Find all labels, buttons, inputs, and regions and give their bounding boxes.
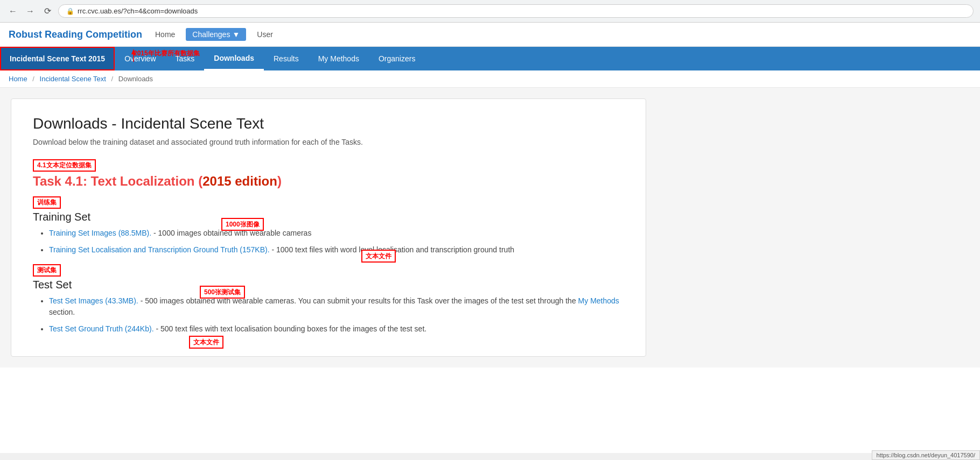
training-images-link[interactable]: Training Set Images (88.5MB). <box>49 229 151 237</box>
test-gt-link[interactable]: Test Set Ground Truth (244Kb). <box>49 324 154 333</box>
training-set-list: 1000张图像 Training Set Images (88.5MB). - … <box>33 228 624 256</box>
page-subtitle: Download below the training dataset and … <box>33 138 624 146</box>
breadcrumb-current: Downloads <box>118 75 153 83</box>
task-annotation-label: 4.1文本定位数据集 <box>33 159 96 172</box>
status-bar: https://blog.csdn.net/deyun_4017590/ <box>872 450 980 453</box>
back-button[interactable]: ← <box>6 5 19 18</box>
nav-mymethods[interactable]: My Methods <box>309 48 369 69</box>
breadcrumb-sep1: / <box>32 75 34 83</box>
challenge-nav-container: 2015年比赛所有数据集 Incidental Scene Text 2015 … <box>0 47 980 70</box>
test-set-section: 测试集 Test Set 500张测试集 Test Set Images (43… <box>33 264 624 335</box>
nav-organizers[interactable]: Organizers <box>369 48 425 69</box>
breadcrumb-parent[interactable]: Incidental Scene Text <box>40 75 106 83</box>
main-content: Downloads - Incidental Scene Text Downlo… <box>0 88 980 367</box>
training-annotation-label: 训练集 <box>33 196 61 209</box>
url-text: rrc.cvc.uab.es/?ch=4&com=downloads <box>78 7 198 15</box>
address-bar[interactable]: 🔒 rrc.cvc.uab.es/?ch=4&com=downloads <box>58 4 974 18</box>
text-file-2-annotation: 文本文件 <box>189 336 223 349</box>
training-set-heading: Training Set <box>33 210 624 223</box>
image-1000-annotation: 1000张图像 <box>221 218 264 231</box>
site-title[interactable]: Robust Reading Competition <box>9 29 142 40</box>
nav-challenges[interactable]: Challenges ▼ <box>186 28 246 41</box>
forward-button[interactable]: → <box>24 5 37 18</box>
task-heading: Task 4.1: Text Localization (2015 editio… <box>33 174 624 189</box>
top-nav: Robust Reading Competition Home Challeng… <box>0 23 980 47</box>
breadcrumb-home[interactable]: Home <box>9 75 27 83</box>
list-item: 500张测试集 Test Set Images (43.3MB). - 500 … <box>49 295 624 318</box>
test-images-desc2: section. <box>49 308 75 316</box>
training-gt-link[interactable]: Training Set Localisation and Transcript… <box>49 245 270 254</box>
training-set-section: 训练集 Training Set 1000张图像 Training Set Im… <box>33 196 624 256</box>
list-item: 文本文件 Training Set Localisation and Trans… <box>49 244 624 256</box>
test-annotation-label: 测试集 <box>33 264 61 277</box>
test-images-link[interactable]: Test Set Images (43.3MB). <box>49 296 138 305</box>
task-heading-wrapper: 4.1文本定位数据集 Task 4.1: Text Localization (… <box>33 159 624 189</box>
top-nav-links: Home Challenges ▼ User <box>155 28 273 41</box>
test-set-list: 500张测试集 Test Set Images (43.3MB). - 500 … <box>33 295 624 335</box>
list-item: 1000张图像 Training Set Images (88.5MB). - … <box>49 228 624 239</box>
page-heading: Downloads - Incidental Scene Text <box>33 115 624 132</box>
nav-results[interactable]: Results <box>264 48 309 69</box>
nav-user[interactable]: User <box>257 30 273 39</box>
lock-icon: 🔒 <box>66 8 74 15</box>
reload-button[interactable]: ⟳ <box>41 5 54 18</box>
nav-home[interactable]: Home <box>155 30 175 39</box>
nav-downloads[interactable]: Downloads <box>204 47 264 70</box>
breadcrumb-sep2: / <box>111 75 114 83</box>
text-file-annotation: 文本文件 <box>361 250 396 263</box>
test-set-heading: Test Set <box>33 278 624 291</box>
nav-annotation-label: 2015年比赛所有数据集 <box>134 49 200 58</box>
content-card: Downloads - Incidental Scene Text Downlo… <box>11 98 646 357</box>
list-item: 文本文件 Test Set Ground Truth (244Kb). - 50… <box>49 323 624 335</box>
my-methods-link[interactable]: My Methods <box>578 296 619 305</box>
breadcrumb: Home / Incidental Scene Text / Downloads <box>0 70 980 88</box>
test-gt-desc: - 500 text files with text localisation … <box>156 324 426 333</box>
test-500-annotation: 500张测试集 <box>200 286 245 299</box>
svg-marker-1 <box>131 49 136 54</box>
